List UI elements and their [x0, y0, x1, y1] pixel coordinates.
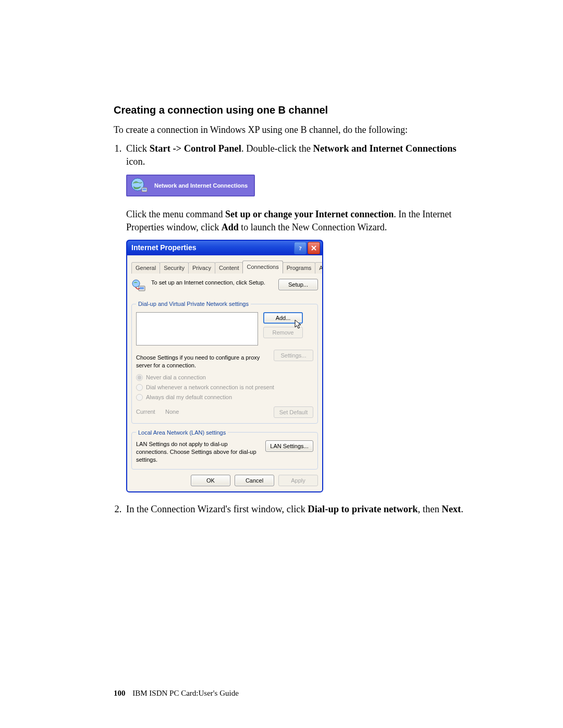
step2-pre: In the Connection Wizard's first window,… — [126, 504, 308, 514]
step2-mid: , then — [418, 504, 442, 514]
tab-programs[interactable]: Programs — [283, 262, 316, 274]
section-heading: Creating a connection using one B channe… — [114, 104, 474, 116]
setup-row: To set up an Internet connection, click … — [131, 279, 318, 295]
connections-listbox[interactable] — [136, 312, 258, 346]
ok-button[interactable]: OK — [191, 475, 230, 486]
footer-title: IBM ISDN PC Card:User's Guide — [132, 689, 239, 697]
apply-button: Apply — [278, 475, 318, 486]
svg-rect-6 — [140, 287, 144, 289]
step1-paragraph2: Click the menu command Set up or change … — [126, 208, 474, 233]
settings-button: Settings... — [274, 350, 313, 361]
radio-never-dial-input[interactable] — [136, 374, 143, 381]
setup-text: To set up an Internet connection, click … — [151, 279, 274, 286]
radio-always-dial[interactable]: Always dial my default connection — [136, 393, 313, 401]
radio-always-dial-label: Always dial my default connection — [146, 393, 232, 401]
page: Creating a connection using one B channe… — [0, 0, 563, 728]
current-label: Current — [136, 408, 165, 416]
dialog-body: General Security Privacy Content Connect… — [127, 255, 322, 491]
tab-content[interactable]: Content — [215, 262, 243, 274]
radio-dial-when-absent[interactable]: Dial whenever a network connection is no… — [136, 384, 313, 391]
dialog-button-bar: OK Cancel Apply — [131, 475, 318, 486]
dialup-legend: Dial-up and Virtual Private Network sett… — [136, 300, 251, 308]
radio-never-dial[interactable]: Never dial a connection — [136, 374, 313, 381]
proxy-text: Choose Settings if you need to configure… — [136, 354, 268, 369]
radio-dial-when-absent-label: Dial whenever a network connection is no… — [146, 384, 274, 391]
nic-card: Network and Internet Connections — [126, 175, 255, 196]
dialup-buttons: Add... Remove — [263, 312, 303, 338]
figure-nic-card: Network and Internet Connections — [126, 175, 474, 199]
tab-security[interactable]: Security — [160, 262, 189, 274]
page-footer: 100 IBM ISDN PC Card:User's Guide — [114, 689, 239, 698]
p2-pre: Click the menu command — [126, 209, 225, 219]
remove-button: Remove — [263, 327, 303, 338]
nic-card-label: Network and Internet Connections — [154, 182, 248, 190]
step2-post: . — [461, 504, 463, 514]
step2-b2: Next — [442, 504, 461, 514]
figure-internet-properties: Internet Properties ? General Security P — [126, 240, 474, 492]
radio-dial-when-absent-input[interactable] — [136, 384, 143, 391]
globe-network-icon — [130, 176, 149, 195]
lan-text: LAN Settings do not apply to dial-up con… — [136, 440, 260, 464]
page-number: 100 — [114, 689, 126, 697]
add-button[interactable]: Add... — [263, 312, 303, 324]
intro-paragraph: To create a connection in Windows XP usi… — [114, 124, 474, 136]
cancel-button[interactable]: Cancel — [235, 475, 274, 486]
p2-b1: Set up or change your Internet connectio… — [225, 209, 394, 219]
p2-b2: Add — [222, 222, 239, 232]
set-default-button: Set Default — [274, 406, 313, 418]
step1-pre: Click — [126, 143, 150, 154]
lan-group: Local Area Network (LAN) settings LAN Se… — [131, 429, 318, 470]
svg-rect-2 — [143, 189, 146, 191]
internet-properties-dialog: Internet Properties ? General Security P — [126, 240, 323, 492]
step1-bold2: Network and Internet Connections — [313, 143, 457, 154]
step2-b1: Dial-up to private network — [308, 504, 418, 514]
p2-post: to launch the New Connection Wizard. — [239, 222, 387, 232]
step-1: Click Start -> Control Panel. Double-cli… — [124, 142, 474, 492]
dialog-titlebar[interactable]: Internet Properties ? — [127, 241, 322, 255]
help-button[interactable]: ? — [294, 242, 307, 254]
dialog-title: Internet Properties — [131, 243, 293, 253]
radio-never-dial-label: Never dial a connection — [146, 374, 206, 381]
svg-text:?: ? — [299, 245, 302, 251]
dial-radios: Never dial a connection Dial whenever a … — [136, 374, 313, 401]
current-value: None — [165, 408, 274, 416]
tab-advanced[interactable]: Advanced — [315, 262, 323, 274]
step-2: In the Connection Wizard's first window,… — [124, 503, 474, 516]
close-icon — [311, 245, 317, 251]
step1-post: icon. — [126, 156, 145, 167]
question-icon: ? — [297, 245, 303, 251]
setup-button[interactable]: Setup... — [278, 279, 318, 290]
connection-icon — [131, 279, 147, 295]
lan-legend: Local Area Network (LAN) settings — [136, 429, 228, 437]
lan-settings-button[interactable]: LAN Settings... — [265, 440, 313, 452]
tab-connections[interactable]: Connections — [242, 261, 283, 274]
step1-bold1: Start -> Control Panel — [150, 143, 241, 154]
dialup-group: Dial-up and Virtual Private Network sett… — [131, 300, 318, 423]
steps-list: Click Start -> Control Panel. Double-cli… — [114, 142, 474, 516]
step1-mid: . Double-click the — [241, 143, 313, 154]
close-button[interactable] — [308, 242, 320, 254]
tab-privacy[interactable]: Privacy — [188, 262, 215, 274]
current-row: Current None Set Default — [136, 406, 313, 418]
radio-always-dial-input[interactable] — [136, 394, 143, 401]
tab-strip: General Security Privacy Content Connect… — [131, 260, 318, 274]
tab-general[interactable]: General — [131, 262, 160, 274]
